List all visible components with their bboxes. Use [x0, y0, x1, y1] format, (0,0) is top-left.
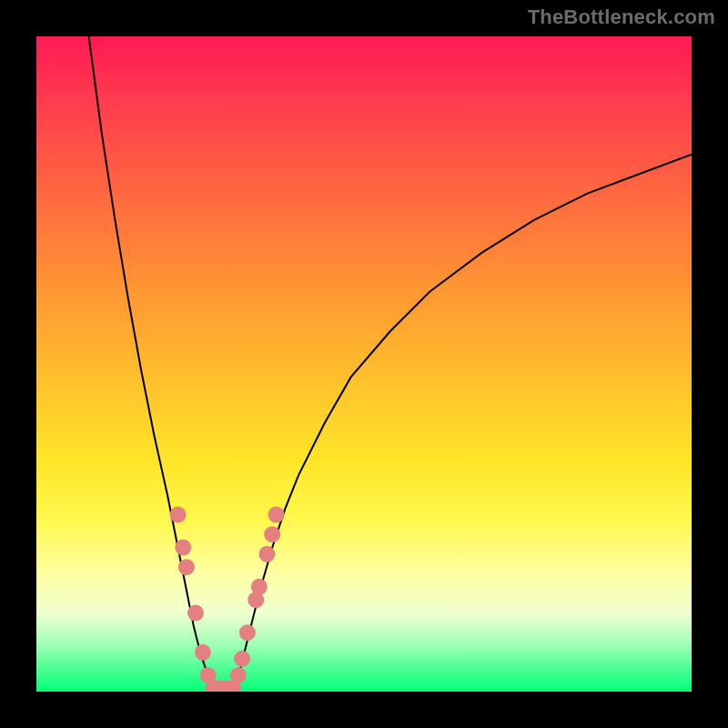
marker-dot	[239, 624, 256, 641]
bottleneck-curve	[89, 36, 692, 692]
marker-dot	[251, 579, 268, 595]
marker-dot	[195, 644, 211, 661]
marker-dot	[268, 507, 285, 523]
marker-dot	[258, 546, 275, 562]
marker-dot	[175, 540, 191, 556]
marker-dot	[178, 559, 195, 575]
watermark-text: TheBottleneck.com	[528, 5, 715, 29]
outer-frame: TheBottleneck.com	[0, 0, 728, 728]
marker-dot	[187, 605, 204, 622]
marker-dot	[264, 526, 280, 542]
marker-dot	[230, 667, 247, 683]
chart-svg	[36, 36, 692, 692]
marker-dot	[170, 507, 187, 523]
marker-dot	[234, 651, 250, 667]
